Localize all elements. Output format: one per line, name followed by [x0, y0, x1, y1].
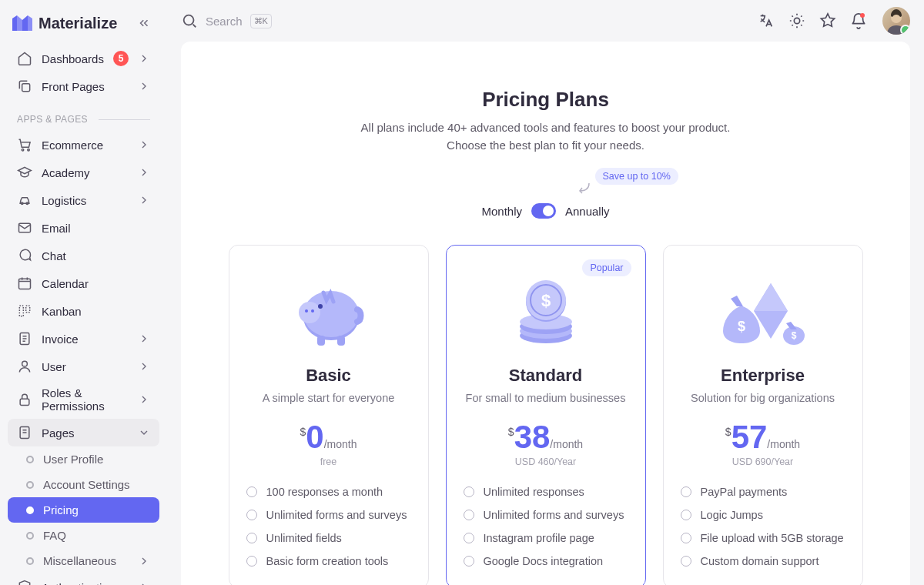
chevrons-left-icon: [137, 16, 151, 30]
svg-rect-11: [20, 399, 29, 405]
sidebar-item-invoice[interactable]: Invoice: [8, 325, 159, 353]
sidebar-item-label: Front Pages: [42, 80, 129, 93]
sidebar-item-authentication[interactable]: Authentication: [8, 573, 159, 585]
favorites-button[interactable]: [816, 9, 839, 32]
theme-button[interactable]: [785, 9, 808, 32]
bullet-icon: [681, 556, 691, 567]
topbar: Search ⌘K: [167, 0, 924, 42]
user-avatar[interactable]: [882, 7, 910, 35]
plan-feature-text: 100 responses a month: [266, 486, 383, 498]
language-button[interactable]: [755, 9, 778, 32]
cart-icon: [17, 137, 32, 152]
sidebar-item-label: Ecommerce: [42, 139, 129, 152]
plan-feature-text: Custom domain support: [701, 555, 819, 567]
car-icon: [17, 192, 32, 208]
chevron-right-icon: [138, 80, 150, 92]
plan-illustration: [246, 273, 411, 350]
svg-text:$: $: [737, 319, 745, 334]
brand[interactable]: Materialize: [12, 15, 126, 32]
price-currency: $: [508, 426, 514, 438]
brand-name: Materialize: [38, 15, 117, 32]
sidebar-collapse-button[interactable]: [133, 12, 155, 34]
sidebar-item-email[interactable]: Email: [8, 214, 159, 242]
toggle-label-monthly[interactable]: Monthly: [481, 205, 522, 218]
sidebar-item-label: Calendar: [42, 277, 150, 290]
plan-feature: Unlimited fields: [246, 532, 411, 544]
price-amount: 0: [306, 421, 323, 453]
price-period: /month: [324, 438, 357, 450]
svg-rect-0: [22, 84, 30, 92]
sidebar-item-label: Kanban: [42, 305, 150, 318]
sidebar-subitem-miscellaneous[interactable]: Miscellaneous: [8, 548, 159, 573]
sidebar-item-label: User: [42, 360, 129, 373]
bullet-icon: [681, 533, 691, 543]
plan-standard: Popular$StandardFor small to medium busi…: [446, 245, 646, 585]
sidebar-item-academy[interactable]: Academy: [8, 159, 159, 186]
bullet-icon: [246, 533, 257, 543]
toggle-label-annually[interactable]: Annually: [565, 205, 610, 218]
bullet-icon: [464, 510, 474, 520]
sidebar-item-front-pages[interactable]: Front Pages: [8, 72, 159, 100]
sidebar-item-label: Chat: [42, 249, 150, 262]
plan-enterprise: $$EnterpriseSolution for big organizatio…: [663, 245, 863, 585]
bullet-icon: [26, 481, 34, 489]
plan-illustration: $: [464, 273, 628, 350]
bullet-icon: [681, 486, 691, 497]
shield-icon: [17, 580, 32, 585]
plan-feature: Unlimited forms and surveys: [246, 509, 411, 521]
bullet-icon: [26, 456, 34, 463]
svg-rect-23: [337, 336, 345, 346]
plan-feature: File upload with 5GB storage: [681, 532, 845, 544]
search[interactable]: Search ⌘K: [181, 12, 272, 29]
plan-feature: Logic Jumps: [681, 509, 845, 521]
billing-switch[interactable]: [531, 203, 556, 219]
calendar-icon: [17, 276, 32, 291]
sidebar-item-label: Email: [42, 222, 150, 235]
star-icon: [819, 12, 836, 29]
translate-icon: [758, 12, 775, 29]
bullet-icon: [26, 557, 34, 565]
sidebar-item-chat[interactable]: Chat: [8, 242, 159, 269]
sidebar-item-roles-permissions[interactable]: Roles & Permissions: [8, 380, 159, 419]
sidebar: Materialize Dashboards 5 Front Pages APP…: [0, 0, 167, 585]
bullet-icon: [246, 556, 257, 567]
plan-price: $57/month: [681, 421, 845, 453]
svg-rect-22: [317, 336, 325, 346]
sidebar-item-label: Authentication: [42, 581, 129, 586]
plan-feature-text: File upload with 5GB storage: [701, 532, 844, 544]
sidebar-subitem-account-settings[interactable]: Account Settings: [8, 472, 159, 497]
sidebar-subitem-faq[interactable]: FAQ: [8, 523, 159, 548]
sidebar-item-label: Logistics: [42, 194, 129, 207]
sidebar-item-user[interactable]: User: [8, 353, 159, 380]
doc-icon: [17, 331, 32, 346]
svg-point-2: [28, 149, 30, 151]
sidebar-subitem-pricing[interactable]: Pricing: [8, 497, 159, 523]
plan-feature: Basic form creation tools: [246, 555, 411, 567]
sidebar-subitem-label: FAQ: [43, 529, 66, 542]
svg-point-1: [22, 149, 24, 151]
sidebar-item-ecommerce[interactable]: Ecommerce: [8, 131, 159, 159]
sidebar-item-logistics[interactable]: Logistics: [8, 186, 159, 214]
plan-tagline: A simple start for everyone: [246, 392, 411, 404]
plan-feature-text: PayPal payments: [701, 486, 788, 498]
sidebar-item-kanban[interactable]: Kanban: [8, 297, 159, 325]
notifications-button[interactable]: [847, 9, 870, 32]
chevron-right-icon: [138, 360, 150, 373]
sidebar-subitem-label: Account Settings: [43, 478, 130, 491]
plan-feature: Instagram profile page: [464, 532, 628, 544]
chevron-right-icon: [138, 166, 150, 179]
sidebar-item-dashboards[interactable]: Dashboards 5: [8, 45, 159, 72]
sidebar-item-label: Invoice: [42, 333, 129, 346]
sidebar-item-calendar[interactable]: Calendar: [8, 269, 159, 297]
svg-point-20: [311, 309, 314, 313]
user-icon: [17, 359, 32, 374]
save-badge: Save up to 10%: [595, 168, 678, 185]
bullet-icon: [246, 486, 257, 497]
sidebar-item-pages[interactable]: Pages: [8, 419, 159, 446]
bullet-icon: [681, 510, 691, 520]
sidebar-subitem-user-profile[interactable]: User Profile: [8, 446, 159, 472]
plan-feature-text: Unlimited forms and surveys: [266, 509, 407, 521]
search-icon: [181, 12, 198, 29]
page-title: Pricing Plans: [227, 88, 864, 112]
sidebar-item-label: Dashboards: [42, 52, 104, 65]
